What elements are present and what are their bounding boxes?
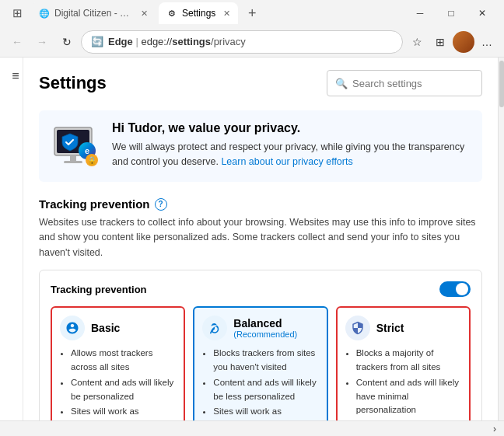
profile-button[interactable]: [453, 31, 474, 53]
tracking-toggle[interactable]: [439, 281, 471, 297]
balanced-card-title: Balanced: [233, 317, 297, 330]
tracking-card-balanced[interactable]: Balanced (Recommended) Blocks trackers f…: [193, 306, 327, 420]
strict-title-wrap: Strict: [376, 322, 404, 334]
strict-bullets: Blocks a majority of trackers from all s…: [345, 347, 461, 420]
search-input[interactable]: [352, 78, 461, 89]
balanced-bullet-2: Content and ads will likely be less pers…: [213, 376, 318, 404]
menu-button[interactable]: …: [476, 31, 498, 53]
title-bar: ⊞ 🌐 Digital Citizen - Life in a digital …: [0, 0, 504, 26]
balanced-bullet-1: Blocks trackers from sites you haven't v…: [213, 347, 318, 375]
address-refresh-icon: 🔄: [91, 36, 103, 47]
tracking-card-basic[interactable]: Basic Allows most trackers across all si…: [51, 306, 185, 420]
strict-bullet-2: Content and ads will likely have minimal…: [356, 376, 461, 417]
collections-button[interactable]: ⊞: [429, 31, 451, 53]
balanced-card-subtitle: (Recommended): [233, 330, 297, 339]
strict-bullet-1: Blocks a majority of trackers from all s…: [356, 347, 461, 375]
tracking-box-title: Tracking prevention: [51, 284, 147, 295]
balanced-icon: [202, 316, 227, 340]
basic-title-wrap: Basic: [91, 322, 120, 334]
basic-bullet-1: Allows most trackers across all sites: [71, 347, 176, 375]
tab-title-settings: Settings: [182, 8, 215, 19]
favorites-button[interactable]: ☆: [406, 31, 428, 53]
window-controls: ─ □ ✕: [404, 1, 498, 26]
help-icon[interactable]: ?: [155, 198, 167, 211]
svg-text:e: e: [85, 146, 89, 155]
banner-text: Hi Tudor, we value your privacy. We will…: [112, 121, 470, 169]
card-header-strict: Strict: [345, 316, 461, 340]
toolbar: ← → ↻ 🔄 Edge | edge://settings/privacy ☆…: [0, 26, 504, 58]
new-tab-button[interactable]: +: [241, 2, 263, 24]
sidebar-toggle-icon[interactable]: ⊞: [6, 2, 28, 24]
balanced-bullet-3: Sites will work as expected: [213, 405, 318, 420]
banner-greeting: Hi Tudor, we value your privacy.: [112, 121, 470, 135]
tracking-prevention-box: Tracking prevention Bas: [39, 270, 482, 420]
strict-bullet-3: Parts of sites might not work: [356, 419, 461, 420]
tab-close-digital-citizen[interactable]: ✕: [141, 9, 148, 19]
tracking-cards-row: Basic Allows most trackers across all si…: [51, 306, 471, 420]
tab-settings[interactable]: ⚙ Settings ✕: [159, 2, 238, 24]
section-description: Websites use trackers to collect info ab…: [39, 215, 482, 260]
card-header-balanced: Balanced (Recommended): [202, 316, 318, 340]
sidebar: ≡: [0, 58, 23, 420]
tab-favicon-settings: ⚙: [166, 8, 177, 19]
maximize-button[interactable]: □: [436, 1, 467, 26]
section-title-row: Tracking prevention ?: [39, 197, 482, 211]
scrollbar-track[interactable]: [498, 58, 504, 420]
bottom-bar: ›: [0, 420, 504, 436]
balanced-bullets: Blocks trackers from sites you haven't v…: [202, 347, 318, 420]
search-icon: 🔍: [335, 78, 348, 89]
minimize-button[interactable]: ─: [404, 1, 436, 26]
basic-card-title: Basic: [91, 322, 120, 334]
privacy-banner: e 🔒: [39, 110, 482, 182]
page-title: Settings: [39, 73, 107, 93]
banner-description: We will always protect and respect your …: [112, 140, 470, 169]
balanced-title-wrap: Balanced (Recommended): [233, 317, 297, 339]
tracking-card-strict[interactable]: Strict Blocks a majority of trackers fro…: [336, 306, 471, 420]
basic-bullet-2: Content and ads will likely be personali…: [71, 376, 176, 404]
scrollbar-thumb[interactable]: [499, 61, 504, 107]
svg-text:🔒: 🔒: [87, 155, 97, 166]
forward-button[interactable]: →: [31, 31, 53, 53]
scroll-right-icon[interactable]: ›: [493, 424, 496, 434]
section-title: Tracking prevention: [39, 197, 150, 211]
address-bar[interactable]: 🔄 Edge | edge://settings/privacy: [81, 30, 403, 54]
banner-icon-container: e 🔒: [51, 121, 101, 171]
svg-rect-3: [64, 161, 82, 163]
refresh-button[interactable]: ↻: [56, 31, 78, 53]
tracking-section: Tracking prevention ? Websites use track…: [23, 188, 498, 420]
browser-frame: ⊞ 🌐 Digital Citizen - Life in a digital …: [0, 0, 504, 436]
back-button[interactable]: ←: [6, 31, 28, 53]
basic-bullets: Allows most trackers across all sites Co…: [60, 347, 176, 420]
toolbar-right: ☆ ⊞ …: [406, 31, 498, 53]
address-brand: Edge | edge://settings/privacy: [108, 36, 246, 47]
settings-header: Settings 🔍: [23, 58, 498, 104]
tab-title-digital-citizen: Digital Citizen - Life in a digital w: [54, 8, 133, 19]
tab-digital-citizen[interactable]: 🌐 Digital Citizen - Life in a digital w …: [31, 2, 156, 24]
strict-icon: [345, 316, 370, 340]
close-button[interactable]: ✕: [467, 1, 498, 26]
tab-close-settings[interactable]: ✕: [223, 9, 230, 19]
main-content: Settings 🔍: [23, 58, 498, 420]
settings-container: ≡ Settings 🔍: [0, 58, 504, 420]
tab-favicon-digital-citizen: 🌐: [39, 8, 50, 19]
basic-bullet-3: Sites will work as expected: [71, 405, 176, 420]
basic-icon: [60, 316, 85, 340]
strict-card-title: Strict: [376, 322, 404, 334]
monitor-svg: e 🔒: [51, 121, 101, 171]
svg-rect-2: [70, 155, 76, 162]
card-header-basic: Basic: [60, 316, 176, 340]
search-bar[interactable]: 🔍: [327, 70, 482, 96]
tracking-box-header: Tracking prevention: [51, 281, 471, 297]
privacy-link[interactable]: Learn about our privacy efforts: [221, 156, 352, 167]
